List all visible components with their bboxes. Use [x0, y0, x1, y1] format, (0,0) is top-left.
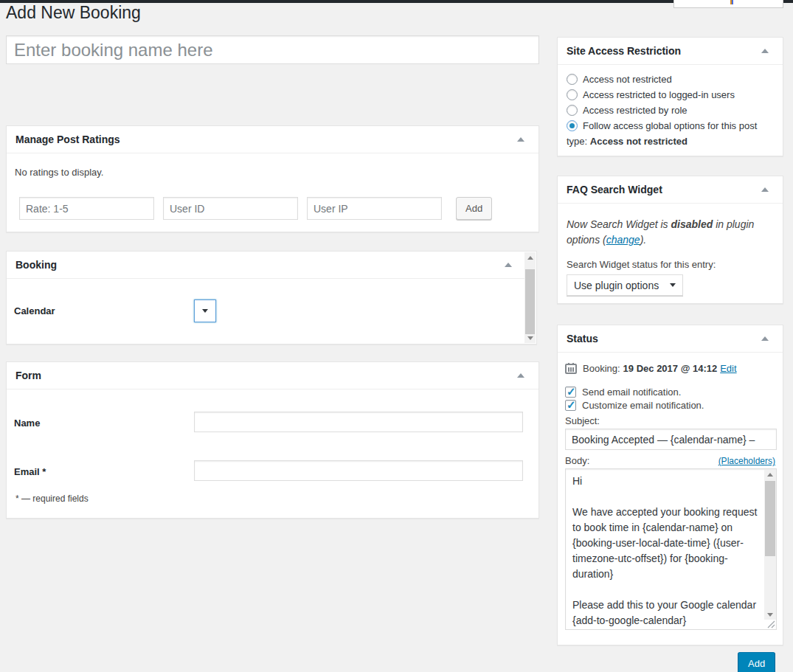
collapse-button[interactable] — [756, 181, 774, 198]
radio-label: Access restricted by role — [583, 105, 688, 116]
radio-option-logged-in-users[interactable]: Access restricted to logged-in users — [567, 87, 774, 103]
collapse-button[interactable] — [499, 256, 517, 274]
panel-title: Form — [15, 370, 41, 381]
radio-icon[interactable] — [567, 105, 578, 116]
ratings-input-row: Add — [19, 197, 492, 220]
ratings-empty-text: No ratings to display. — [15, 167, 103, 178]
radio-option-access-not-restricted[interactable]: Access not restricted — [567, 72, 774, 87]
panel-header-form[interactable]: Form — [7, 362, 539, 389]
required-fields-note: * — required fields — [15, 493, 89, 504]
panel-header-status[interactable]: Status — [558, 325, 783, 353]
panel-header-booking[interactable]: Booking — [7, 252, 526, 279]
collapse-button[interactable] — [756, 330, 774, 347]
triangle-up-icon — [761, 187, 769, 192]
edit-date-link[interactable]: Edit — [720, 363, 736, 374]
panel-title: Site Access Restriction — [567, 45, 681, 57]
triangle-up-icon — [517, 373, 524, 378]
scroll-thumb[interactable] — [525, 269, 535, 334]
page-root: Add New Booking Manage Post Ratings No r… — [0, 0, 793, 672]
checkbox-checked-icon[interactable] — [565, 387, 576, 398]
panel-header-site-access[interactable]: Site Access Restriction — [558, 38, 783, 65]
scroll-up-arrow-icon[interactable] — [764, 469, 776, 479]
placeholders-link[interactable]: (Placeholders) — [718, 456, 775, 466]
customize-email-checkbox-row[interactable]: Customize email notification. — [565, 400, 775, 411]
radio-option-follow-global[interactable]: Follow access global options for this po… — [567, 118, 774, 149]
panel-status: Status Booking: 19 Dec 2017 @ 14:12 Edit — [557, 325, 783, 645]
user-ip-input[interactable] — [307, 197, 442, 220]
panel-header-ratings[interactable]: Manage Post Ratings — [7, 126, 539, 153]
radio-option-by-role[interactable]: Access restricted by role — [567, 103, 774, 118]
resize-grip-icon[interactable] — [766, 620, 775, 628]
checkbox-checked-icon[interactable] — [565, 400, 576, 411]
triangle-up-icon — [517, 137, 524, 142]
send-email-label: Send email notification. — [582, 387, 681, 398]
access-options-list: Access not restricted Access restricted … — [558, 65, 783, 149]
booking-datetime: 19 Dec 2017 @ 14:12 — [623, 363, 718, 374]
chevron-down-icon — [202, 309, 208, 313]
booking-panel-scrollbar[interactable] — [524, 252, 536, 343]
calendar-icon — [565, 362, 577, 374]
email-body-textarea[interactable]: Hi We have accepted your booking request… — [566, 469, 764, 629]
notice-prefix: Now Search Widget is — [567, 218, 671, 230]
scroll-thumb[interactable] — [765, 481, 775, 556]
scroll-down-arrow-icon[interactable] — [524, 333, 536, 343]
collapse-button[interactable] — [512, 367, 530, 384]
search-widget-status-select[interactable]: Use plugin options — [567, 274, 683, 296]
panel-title: Status — [567, 333, 598, 344]
booking-date-row: Booking: 19 Dec 2017 @ 14:12 Edit — [565, 362, 775, 374]
panel-faq-search-widget: FAQ Search Widget Now Search Widget is d… — [557, 176, 783, 304]
radio-checked-icon[interactable] — [567, 120, 578, 131]
name-field[interactable] — [194, 412, 523, 432]
email-field[interactable] — [194, 460, 523, 481]
panel-title: FAQ Search Widget — [567, 184, 662, 195]
panel-manage-post-ratings: Manage Post Ratings No ratings to displa… — [6, 125, 539, 232]
email-body-field-wrap: Hi We have accepted your booking request… — [565, 468, 777, 630]
triangle-up-icon — [761, 49, 769, 53]
radio-label-bold-value: Access not restricted — [590, 136, 688, 147]
publish-add-button[interactable]: Add — [738, 652, 775, 672]
radio-icon[interactable] — [567, 89, 578, 100]
panel-title: Manage Post Ratings — [15, 134, 120, 145]
change-link[interactable]: change — [606, 234, 640, 246]
topbar-mini-icon — [730, 0, 733, 4]
notice-suffix: ). — [640, 234, 647, 246]
radio-label: Access restricted to logged-in users — [583, 89, 735, 100]
topbar-cutoff-panel[interactable] — [673, 0, 783, 8]
scroll-down-arrow-icon[interactable] — [764, 609, 776, 620]
radio-icon[interactable] — [567, 74, 578, 85]
ratings-add-button[interactable]: Add — [456, 197, 492, 220]
scroll-up-arrow-icon[interactable] — [524, 252, 536, 263]
booking-title-input[interactable] — [6, 35, 539, 64]
panel-header-faq[interactable]: FAQ Search Widget — [558, 176, 783, 204]
calendar-select[interactable] — [194, 299, 216, 322]
email-label: Email * — [14, 466, 46, 477]
send-email-checkbox-row[interactable]: Send email notification. — [565, 387, 775, 398]
notice-bold: disabled — [671, 218, 713, 230]
name-label: Name — [14, 418, 40, 429]
customize-email-label: Customize email notification. — [582, 400, 704, 411]
search-widget-status-label: Search Widget status for this entry: — [567, 259, 774, 270]
subject-label: Subject: — [565, 415, 775, 426]
textarea-scrollbar[interactable] — [764, 469, 776, 620]
rate-input[interactable] — [19, 197, 154, 220]
page-title: Add New Booking — [6, 2, 141, 24]
calendar-label: Calendar — [14, 305, 55, 316]
faq-notice-text: Now Search Widget is disabled in plugin … — [567, 217, 774, 248]
booking-date-label: Booking: — [583, 363, 620, 374]
collapse-button[interactable] — [512, 131, 530, 148]
select-value: Use plugin options — [574, 280, 659, 291]
triangle-up-icon — [761, 336, 769, 341]
panel-booking: Booking Calendar — [6, 251, 537, 344]
subject-input[interactable] — [565, 429, 777, 450]
collapse-button[interactable] — [756, 42, 774, 60]
triangle-up-icon — [505, 263, 512, 267]
panel-title: Booking — [15, 259, 57, 271]
chevron-down-icon — [670, 283, 676, 287]
radio-label: Access not restricted — [583, 74, 672, 85]
user-id-input[interactable] — [163, 197, 298, 220]
panel-site-access-restriction: Site Access Restriction Access not restr… — [557, 37, 783, 156]
panel-form: Form Name Email * * — required fields — [6, 361, 539, 519]
body-label: Body: — [565, 455, 589, 466]
